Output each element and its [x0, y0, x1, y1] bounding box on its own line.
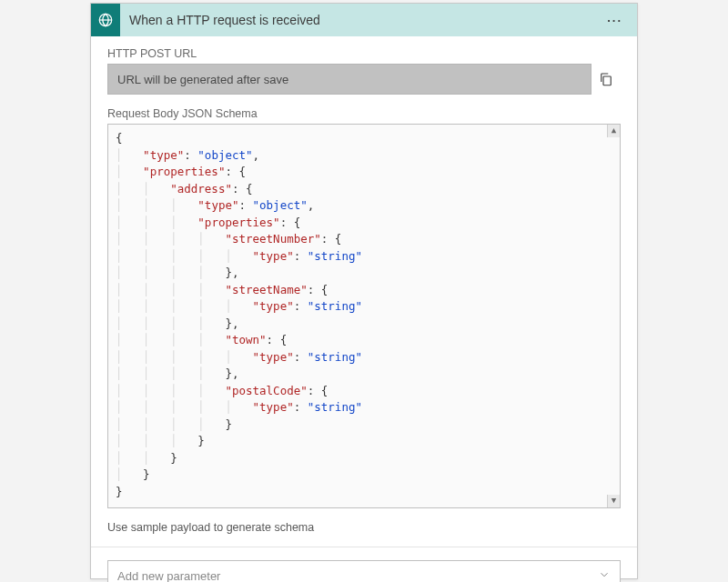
schema-json-code: { │ "type": "object", │ "properties": { … — [116, 131, 362, 498]
divider — [91, 547, 637, 547]
use-sample-payload-link[interactable]: Use sample payload to generate schema — [107, 508, 621, 547]
post-url-label: HTTP POST URL — [107, 47, 621, 60]
chevron-down-icon — [598, 568, 611, 583]
schema-label: Request Body JSON Schema — [107, 107, 621, 120]
scroll-down-button[interactable]: ▼ — [607, 495, 620, 507]
add-parameter-dropdown[interactable]: Add new parameter — [107, 560, 621, 582]
card-header[interactable]: When a HTTP request is received ··· — [91, 4, 637, 36]
post-url-value: URL will be generated after save — [117, 73, 288, 86]
http-globe-icon — [91, 4, 120, 36]
svg-rect-1 — [603, 76, 611, 85]
card-body: HTTP POST URL URL will be generated afte… — [91, 36, 637, 582]
card-title: When a HTTP request is received — [129, 13, 602, 27]
card-menu-button[interactable]: ··· — [602, 10, 628, 31]
copy-url-button[interactable] — [592, 64, 621, 95]
schema-editor[interactable]: ▲▼{ │ "type": "object", │ "properties": … — [107, 124, 621, 508]
trigger-card: When a HTTP request is received ··· HTTP… — [90, 3, 638, 579]
scroll-up-button[interactable]: ▲ — [607, 125, 620, 137]
add-parameter-placeholder: Add new parameter — [117, 569, 220, 583]
post-url-field: URL will be generated after save — [107, 64, 592, 95]
